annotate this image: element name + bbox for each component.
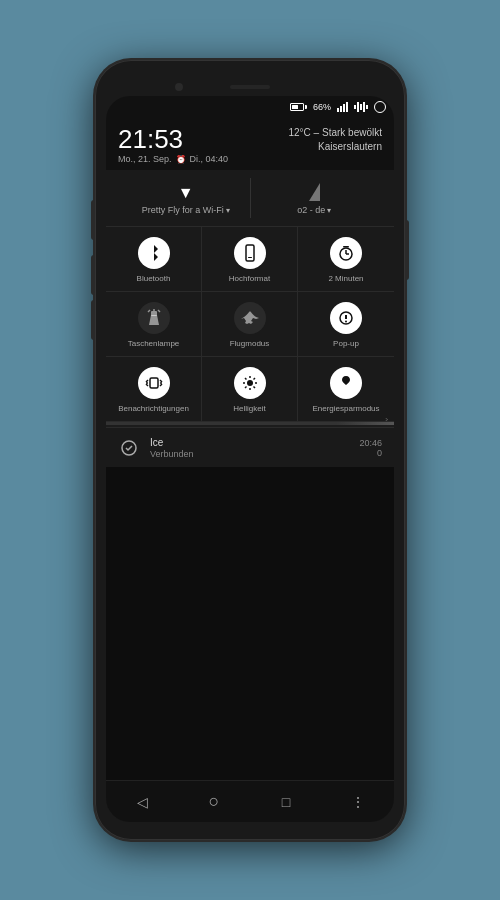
signal-label: o2 - de ▾ — [297, 205, 331, 215]
signal-chevron: ▾ — [327, 206, 331, 215]
battery-icon — [290, 103, 307, 111]
svg-line-14 — [146, 380, 148, 382]
wifi-icon — [172, 181, 200, 201]
brightness-icon — [234, 367, 266, 399]
toggle-battery-save-label: Energiesparmodus — [312, 404, 379, 413]
svg-line-19 — [160, 384, 162, 386]
signal-icon — [303, 181, 325, 201]
svg-line-27 — [253, 378, 255, 380]
notification-title: Ice — [150, 436, 349, 449]
svg-line-25 — [245, 378, 247, 380]
wifi-label: Pretty Fly for a Wi-Fi ▾ — [142, 205, 230, 215]
scroll-hint — [106, 422, 394, 425]
toggle-flightmode[interactable]: Flugmodus — [202, 292, 298, 357]
svg-line-16 — [146, 384, 148, 386]
navigation-bar: ◁ ○ □ ⋮ — [106, 780, 394, 822]
status-bar: 66% — [106, 96, 394, 118]
home-screen-background — [106, 467, 394, 780]
svg-rect-7 — [151, 311, 157, 316]
overflow-menu-button[interactable]: ⋮ — [340, 784, 376, 820]
clock-weather-panel: 21:53 Mo., 21. Sep. ⏰ Di., 04:40 12°C – … — [106, 118, 394, 170]
svg-line-28 — [245, 387, 247, 389]
svg-rect-1 — [248, 257, 252, 258]
phone-screen: 66% 21:53 — [106, 96, 394, 822]
svg-marker-6 — [149, 315, 159, 325]
svg-rect-13 — [150, 378, 158, 388]
toggle-vibrate[interactable]: Benachrichtigungen — [106, 357, 202, 422]
svg-rect-0 — [246, 245, 254, 261]
notification-content: Ice Verbunden — [150, 436, 349, 459]
settings-icon — [354, 102, 368, 112]
quick-toggles-grid: Bluetooth Hochformat — [106, 226, 394, 422]
svg-point-20 — [247, 380, 253, 386]
battery-save-icon — [330, 367, 362, 399]
wifi-chevron: ▾ — [226, 206, 230, 215]
flightmode-icon — [234, 302, 266, 334]
timer-icon — [330, 237, 362, 269]
toggle-flashlight[interactable]: Taschenlampe — [106, 292, 202, 357]
popup-icon — [330, 302, 362, 334]
earpiece-speaker — [230, 85, 270, 89]
signal-item[interactable]: o2 - de ▾ — [251, 181, 379, 215]
toggle-popup[interactable]: Pop-up — [298, 292, 394, 357]
bluetooth-icon — [138, 237, 170, 269]
toggle-portrait-label: Hochformat — [229, 274, 270, 283]
weather-city: Kaiserslautern — [289, 140, 383, 154]
wifi-item[interactable]: Pretty Fly for a Wi-Fi ▾ — [122, 181, 250, 215]
toggle-flightmode-label: Flugmodus — [230, 339, 270, 348]
notification-time: 20:46 0 — [359, 438, 382, 458]
svg-line-26 — [253, 387, 255, 389]
toggle-popup-label: Pop-up — [333, 339, 359, 348]
toggle-brightness-label: Helligkeit — [233, 404, 265, 413]
vibrate-icon — [138, 367, 170, 399]
toggle-flashlight-label: Taschenlampe — [128, 339, 180, 348]
notification-item[interactable]: Ice Verbunden 20:46 0 — [106, 427, 394, 467]
svg-point-12 — [345, 321, 347, 323]
portrait-icon — [234, 237, 266, 269]
toggle-timer[interactable]: 2 Minuten — [298, 227, 394, 292]
home-button[interactable]: ○ — [196, 784, 232, 820]
toggle-vibrate-label: Benachrichtigungen — [118, 404, 189, 413]
toggle-bluetooth-label: Bluetooth — [137, 274, 171, 283]
clock-date: Mo., 21. Sep. ⏰ Di., 04:40 — [118, 154, 228, 164]
svg-rect-5 — [343, 246, 349, 248]
notification-timestamp: 20:46 — [359, 438, 382, 448]
notification-subtitle: Verbunden — [150, 449, 349, 459]
toggle-portrait[interactable]: Hochformat — [202, 227, 298, 292]
globe-icon — [374, 101, 386, 113]
toggle-battery-save[interactable]: Energiesparmodus — [298, 357, 394, 422]
front-camera — [175, 83, 183, 91]
notification-app-icon — [118, 437, 140, 459]
battery-percent: 66% — [313, 102, 331, 112]
svg-line-9 — [158, 310, 160, 312]
svg-line-8 — [148, 310, 150, 312]
svg-point-29 — [344, 378, 348, 382]
weather-temp: 12°C – Stark bewölkt — [289, 126, 383, 140]
toggle-brightness[interactable]: Helligkeit — [202, 357, 298, 422]
phone-top-bar — [105, 78, 395, 96]
clock-time: 21:53 — [118, 126, 228, 152]
weather-panel: 12°C – Stark bewölkt Kaiserslautern — [289, 126, 383, 154]
back-button[interactable]: ◁ — [124, 784, 160, 820]
notification-count: 0 — [359, 448, 382, 458]
flashlight-icon — [138, 302, 170, 334]
toggle-timer-label: 2 Minuten — [328, 274, 363, 283]
svg-line-17 — [160, 380, 162, 382]
toggle-bluetooth[interactable]: Bluetooth — [106, 227, 202, 292]
network-row: Pretty Fly for a Wi-Fi ▾ o2 - de ▾ — [106, 170, 394, 226]
signal-bar-icon — [337, 102, 348, 112]
alarm-icon: ⏰ — [176, 155, 186, 164]
recents-button[interactable]: □ — [268, 784, 304, 820]
